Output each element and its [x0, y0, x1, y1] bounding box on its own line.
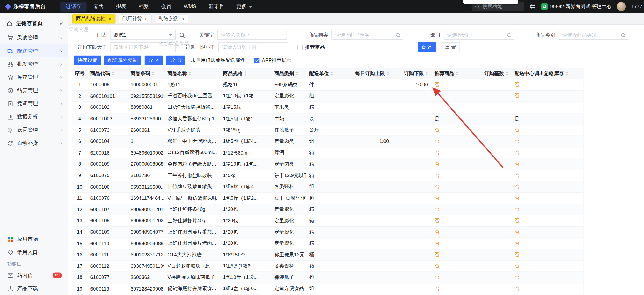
table-row[interactable]: 561000732600361V打手瓜子裸装1箱*5kg裸装瓜子公斤否否 — [72, 125, 583, 136]
recommend-flag[interactable]: 否 — [435, 240, 440, 247]
tab-商品配送属性[interactable]: 商品配送属性× — [72, 14, 115, 23]
table-row[interactable]: 1100000810000000011袋11规格11F69条码类件10.00否否 — [72, 79, 583, 91]
search-icon[interactable] — [620, 32, 626, 38]
table-row[interactable]: 26000101016921555581919千滋百味我de土豆番...1组10… — [72, 91, 583, 102]
recommend-flag[interactable]: 否 — [435, 138, 440, 145]
sort-icon[interactable] — [386, 71, 389, 76]
col-header-lower[interactable]: 订购下限 — [392, 68, 431, 79]
recommend-flag[interactable]: 是 — [435, 115, 440, 122]
app-logo[interactable]: 乐檬零售后台 — [6, 3, 46, 10]
sidebar-item-库存管理[interactable]: 库存管理› — [0, 71, 68, 84]
ignore-flag[interactable]: 否 — [515, 126, 520, 133]
sidebar-collapse-icon[interactable]: « — [60, 20, 63, 27]
not-enabled-link[interactable]: 未启用门店商品配送属性 — [191, 57, 245, 64]
reset-button[interactable]: 重 置 — [441, 42, 460, 52]
table-row[interactable]: 11610007616941174484...V力诚*手撕仿蟹柳原味1包5斤（1… — [72, 193, 583, 204]
table-row[interactable]: 10600010696933125600...甘竹牌豆豉鲮鱼罐头...1组6罐（… — [72, 181, 583, 193]
col-header-ignore[interactable]: 配送中心调出忽略库存 — [511, 68, 583, 79]
sidebar-item-downloads[interactable]: 产品下载 — [0, 282, 68, 295]
sort-icon[interactable] — [565, 71, 568, 76]
sort-icon[interactable] — [426, 71, 428, 76]
keyword-input[interactable] — [217, 30, 287, 40]
archive-input[interactable] — [331, 30, 403, 40]
ignore-flag[interactable]: 是 — [515, 115, 520, 122]
recommend-flag[interactable]: 否 — [435, 81, 440, 88]
copy-delivery-props-button[interactable]: 配送属性复制 — [104, 56, 141, 65]
table-row[interactable]: 660001041双汇王中王无淀粉火...1组5包（1箱4...定量肉类组1.0… — [72, 136, 583, 147]
recommend-flag[interactable]: 否 — [435, 161, 440, 167]
recommend-flag[interactable]: 否 — [435, 274, 440, 281]
recommend-flag[interactable]: 否 — [435, 217, 440, 224]
nav-item-报表[interactable]: 报表 — [111, 1, 131, 12]
ignore-flag[interactable]: 否 — [515, 240, 520, 247]
ignore-flag[interactable]: 否 — [515, 229, 520, 235]
sidebar-item-批发管理[interactable]: 批发管理› — [0, 57, 68, 71]
table-row[interactable]: 1560001106909409040898上好佳田园薯片烤肉...1*20包定… — [72, 238, 583, 249]
search-icon[interactable] — [395, 32, 401, 38]
sidebar-item-采购管理[interactable]: 采购管理› — [0, 31, 68, 44]
recommend-flag[interactable]: 否 — [435, 263, 440, 270]
table-row[interactable]: 1260001076909409012017上好佳鲜虾条40g1*20包定量膨化… — [72, 204, 583, 215]
table-row[interactable]: 762000166948960100023CT12百威啤酒580ml...1*1… — [72, 147, 583, 159]
sidebar-item-凭证管理[interactable]: 凭证管理› — [0, 97, 68, 110]
table-row[interactable]: 360001028898988111V海天招牌拌饭酱...1箱15瓶苹果类箱 — [72, 102, 583, 113]
col-header-daily_upper[interactable]: 每日订购上限 — [343, 68, 392, 79]
sidebar-item-结算管理[interactable]: 结算管理› — [0, 84, 68, 97]
nav-item-新零售[interactable]: 新零售 — [203, 1, 230, 12]
recommend-flag[interactable]: 否 — [435, 195, 440, 202]
recommend-flag[interactable]: 否 — [435, 172, 440, 179]
sidebar-item-数据分析[interactable]: 数据分析› — [0, 110, 68, 123]
col-header-code[interactable]: 商品代码 — [87, 68, 127, 79]
ignore-flag[interactable]: 否 — [515, 274, 520, 281]
category-input[interactable] — [559, 30, 628, 40]
ignore-flag[interactable]: 否 — [515, 206, 520, 213]
col-header-recommend[interactable]: 推荐商品 — [431, 68, 468, 79]
search-button[interactable]: 查 询 — [418, 42, 436, 52]
ignore-flag[interactable]: 否 — [515, 172, 520, 179]
nav-item-进销存[interactable]: 进销存 — [60, 1, 86, 12]
org-switcher[interactable]: 99662-新界面测试-管理中心 — [541, 3, 611, 10]
close-icon[interactable]: × — [181, 16, 184, 21]
sort-icon[interactable] — [296, 71, 298, 76]
col-header-category[interactable]: 商品类别 — [271, 68, 306, 79]
table-row[interactable]: 1660001116901028317122CT4大大泡泡糖1*6*150个称重… — [72, 249, 583, 261]
col-header-unit[interactable]: 配送单位 — [306, 68, 343, 79]
col-header-spec[interactable]: 商品规格 — [220, 68, 271, 79]
nav-item-更多[interactable]: 更多 — [231, 1, 257, 12]
sidebar-item-应用市场[interactable]: 应用市场 — [0, 233, 68, 246]
recommend-filter-checkbox[interactable]: 推荐商品 — [297, 44, 325, 51]
recommend-flag[interactable]: 否 — [435, 126, 440, 133]
ignore-flag[interactable]: 否 — [515, 81, 520, 88]
sidebar-item-常用入口[interactable]: 常用入口 — [0, 246, 68, 259]
import-button[interactable]: 导 入 — [145, 56, 163, 65]
sidebar-item-配送管理[interactable]: 配送管理› — [0, 44, 68, 58]
ignore-flag[interactable]: 否 — [515, 251, 520, 258]
table-row[interactable]: 1760001126936749501109V百梦多咖喱块（原...1组5盒(1… — [72, 261, 583, 272]
nav-item-档案[interactable]: 档案 — [133, 1, 154, 12]
ignore-flag[interactable]: 否 — [515, 217, 520, 224]
sort-icon[interactable] — [456, 71, 458, 76]
table-row[interactable]: 46000100386933125600...乡俚人香酥鱼仔60g-11组5包（… — [72, 113, 583, 125]
sort-icon[interactable] — [152, 71, 154, 76]
tab-门店补货[interactable]: 门店补货× — [118, 14, 152, 23]
recommend-flag[interactable]: 否 — [435, 183, 440, 190]
close-icon[interactable]: × — [145, 16, 148, 21]
recommend-flag[interactable]: 否 — [435, 285, 440, 292]
ignore-flag[interactable]: 否 — [515, 138, 520, 145]
table-row[interactable]: 1360001086909409012024上好佳鲜虾片40g1*20包定量膨化… — [72, 215, 583, 227]
table-row[interactable]: 1861000772600362V裸装特大原味南瓜子1包10斤（1袋...裸装瓜… — [72, 272, 583, 283]
department-input[interactable] — [444, 30, 514, 40]
col-header-base[interactable]: 订购基数 — [468, 68, 511, 79]
nav-item-WMS[interactable]: WMS — [179, 2, 202, 11]
sort-icon[interactable] — [505, 71, 508, 76]
col-header-name[interactable]: 商品名称 — [164, 68, 220, 79]
sort-icon[interactable] — [112, 71, 114, 76]
user-name[interactable]: 1777 — [631, 4, 642, 10]
ignore-flag[interactable]: 否 — [515, 149, 520, 156]
recommend-flag[interactable]: 否 — [435, 149, 440, 156]
ignore-flag[interactable]: 否 — [515, 195, 520, 202]
avatar[interactable] — [617, 2, 626, 11]
recommend-flag[interactable]: 否 — [435, 206, 440, 213]
store-search-icon[interactable] — [179, 32, 185, 38]
ignore-flag[interactable]: 否 — [515, 263, 520, 270]
